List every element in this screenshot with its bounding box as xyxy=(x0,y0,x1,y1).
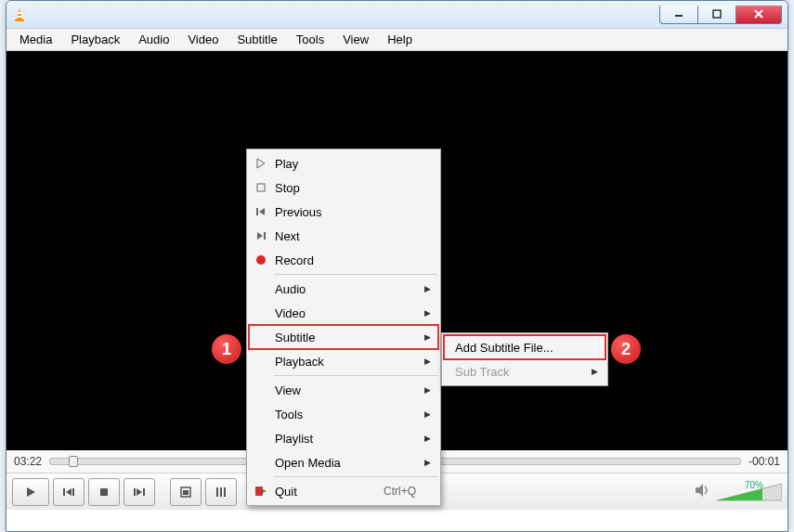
maximize-button[interactable] xyxy=(697,6,736,24)
volume-percent: 70% xyxy=(745,480,763,490)
svg-rect-17 xyxy=(183,490,189,495)
subtitle-submenu: Add Subtitle File... Sub Track ▶ xyxy=(441,332,608,386)
skip-back-button[interactable] xyxy=(53,478,85,506)
sub-track-label: Sub Track xyxy=(455,365,510,379)
stop-button[interactable] xyxy=(88,478,120,506)
svg-rect-15 xyxy=(143,488,145,496)
chevron-right-icon: ▶ xyxy=(424,332,431,342)
svg-marker-27 xyxy=(257,159,265,168)
svg-marker-35 xyxy=(263,489,267,493)
menu-help[interactable]: Help xyxy=(378,31,422,48)
separator xyxy=(274,375,437,376)
menubar: Media Playback Audio Video Subtitle Tool… xyxy=(7,29,787,51)
ctx-playlist-label: Playlist xyxy=(275,432,313,446)
ctx-next[interactable]: Next xyxy=(249,224,438,248)
menu-view[interactable]: View xyxy=(333,31,378,48)
svg-marker-8 xyxy=(27,487,35,497)
ctx-quit[interactable]: Quit Ctrl+Q xyxy=(249,479,438,503)
svg-rect-32 xyxy=(264,232,266,240)
ctx-view-label: View xyxy=(275,383,301,397)
ctx-audio[interactable]: Audio▶ xyxy=(249,277,438,301)
menu-tools[interactable]: Tools xyxy=(287,31,333,48)
svg-rect-11 xyxy=(72,488,74,496)
menu-playback[interactable]: Playback xyxy=(61,31,129,48)
separator xyxy=(274,476,437,477)
svg-rect-5 xyxy=(713,10,721,18)
ctx-quit-label: Quit xyxy=(275,485,297,499)
svg-rect-9 xyxy=(63,488,65,496)
chevron-right-icon: ▶ xyxy=(592,367,598,376)
ctx-open-media[interactable]: Open Media▶ xyxy=(249,450,438,474)
chevron-right-icon: ▶ xyxy=(424,409,431,419)
ctx-play[interactable]: Play xyxy=(249,151,438,175)
chevron-right-icon: ▶ xyxy=(424,308,431,318)
ctx-playback[interactable]: Playback▶ xyxy=(249,349,438,373)
ctx-stop-label: Stop xyxy=(275,181,300,195)
minimize-button[interactable] xyxy=(659,6,698,24)
svg-rect-18 xyxy=(216,487,218,497)
svg-rect-28 xyxy=(257,184,265,191)
ctx-tools-label: Tools xyxy=(275,408,303,422)
fullscreen-button[interactable] xyxy=(170,478,202,506)
volume-area: 70% xyxy=(695,482,782,502)
svg-rect-2 xyxy=(18,12,21,14)
menu-audio[interactable]: Audio xyxy=(129,31,178,48)
record-icon xyxy=(254,253,268,267)
close-button[interactable] xyxy=(735,6,782,24)
svg-rect-20 xyxy=(224,487,226,497)
volume-slider[interactable]: 70% xyxy=(717,482,782,502)
chevron-right-icon: ▶ xyxy=(424,284,431,293)
remaining-time: -00:01 xyxy=(748,455,780,468)
sub-track[interactable]: Sub Track ▶ xyxy=(444,359,605,383)
ctx-playlist[interactable]: Playlist▶ xyxy=(249,426,438,450)
svg-rect-13 xyxy=(134,488,136,496)
svg-rect-29 xyxy=(256,208,258,215)
annotation-badge-2: 2 xyxy=(611,334,641,364)
play-button[interactable] xyxy=(12,478,49,506)
quit-icon xyxy=(254,484,268,499)
context-menu: Play Stop Previous Next Record Audio▶ Vi… xyxy=(246,149,441,506)
sub-add-file[interactable]: Add Subtitle File... xyxy=(444,335,605,359)
ctx-record[interactable]: Record xyxy=(249,248,438,272)
next-icon xyxy=(254,228,268,243)
mute-icon[interactable] xyxy=(695,483,711,501)
extended-settings-button[interactable] xyxy=(205,478,237,506)
ctx-video[interactable]: Video▶ xyxy=(249,301,438,325)
vlc-cone-icon xyxy=(12,7,27,22)
elapsed-time: 03:22 xyxy=(14,455,42,468)
seek-handle[interactable] xyxy=(69,456,78,467)
ctx-next-label: Next xyxy=(275,229,300,243)
ctx-stop[interactable]: Stop xyxy=(249,175,438,200)
ctx-subtitle-label: Subtitle xyxy=(275,331,315,344)
menu-video[interactable]: Video xyxy=(178,31,228,48)
ctx-video-label: Video xyxy=(275,306,306,320)
chevron-right-icon: ▶ xyxy=(424,385,431,395)
svg-rect-19 xyxy=(220,487,222,497)
svg-marker-30 xyxy=(259,208,265,215)
chevron-right-icon: ▶ xyxy=(424,458,431,467)
svg-marker-31 xyxy=(257,232,263,240)
ctx-previous-label: Previous xyxy=(275,205,322,219)
svg-point-33 xyxy=(256,255,266,265)
ctx-tools[interactable]: Tools▶ xyxy=(249,402,438,426)
svg-rect-12 xyxy=(100,488,108,496)
play-icon xyxy=(254,156,268,171)
separator xyxy=(274,274,437,275)
svg-marker-10 xyxy=(66,488,72,496)
ctx-play-label: Play xyxy=(275,157,298,171)
menu-subtitle[interactable]: Subtitle xyxy=(228,31,286,48)
ctx-open-media-label: Open Media xyxy=(275,456,341,470)
previous-icon xyxy=(254,204,268,219)
ctx-subtitle[interactable]: Subtitle▶ xyxy=(249,325,438,349)
menu-media[interactable]: Media xyxy=(10,31,61,48)
ctx-record-label: Record xyxy=(275,253,314,267)
skip-forward-button[interactable] xyxy=(124,478,155,506)
ctx-previous[interactable]: Previous xyxy=(249,200,438,224)
ctx-audio-label: Audio xyxy=(275,282,306,296)
svg-rect-34 xyxy=(255,487,263,496)
svg-rect-1 xyxy=(15,19,24,21)
ctx-view[interactable]: View▶ xyxy=(249,378,438,402)
ctx-quit-shortcut: Ctrl+Q xyxy=(384,485,416,498)
sub-add-file-label: Add Subtitle File... xyxy=(455,341,553,355)
annotation-badge-1: 1 xyxy=(212,334,241,364)
